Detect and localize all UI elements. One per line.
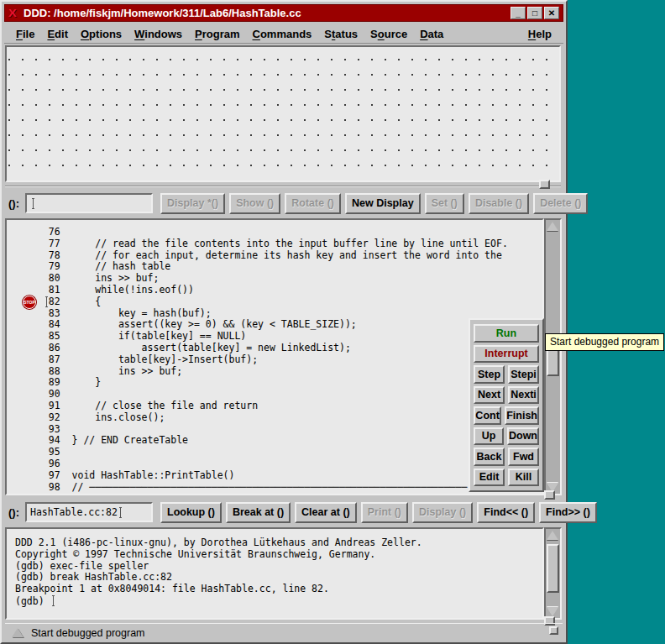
breakpoint-stop-icon[interactable]: STOP [23,296,36,309]
display-button-rotate[interactable]: Rotate () [285,193,341,214]
command-row: ContFinish [474,406,539,424]
source-line-96[interactable]: 96 [37,458,541,470]
cont-button[interactable]: Cont [474,406,501,424]
source-line-85[interactable]: 85 if(table[key] == NULL) [37,331,541,343]
source-line-80[interactable]: 80 ins >> buf; [37,273,541,285]
menu-edit[interactable]: Edit [47,28,68,40]
menu-options[interactable]: Options [81,28,122,40]
display-button-new-display[interactable]: New Display [345,193,421,214]
next-button[interactable]: Next [474,386,505,404]
menu-file[interactable]: File [16,28,34,40]
console-line: DDD 2.1 (i486-pc-linux-gnu), by Dorothea… [15,537,541,549]
tooltip: Start debugged program [545,333,664,351]
command-row: EditKill [474,469,539,486]
source-line-79[interactable]: 79 // hash table [37,261,541,273]
scroll-up-icon[interactable] [547,222,558,231]
edit-button[interactable]: Edit [474,469,505,486]
source-button-break-at[interactable]: Break at () [226,502,291,523]
source-text-caret [44,296,50,307]
maximize-button[interactable]: □ [527,7,542,19]
close-button[interactable]: ✕ [544,7,559,19]
back-button[interactable]: Back [474,448,505,465]
stepi-button[interactable]: Stepi [508,365,539,383]
display-button-disable[interactable]: Disable () [469,193,529,214]
source-line-84[interactable]: 84 assert((key >= 0) && (key < TABLE_SIZ… [37,319,541,331]
source-line-93[interactable]: 93 [37,424,541,436]
display-button-display[interactable]: Display *() [160,193,225,214]
source-line-87[interactable]: 87 table[key]->Insert(buf); [37,354,541,366]
text-caret [118,507,123,518]
source-line-97[interactable]: 97 void HashTable::PrintTable() [37,470,541,482]
display-button-set[interactable]: Set () [425,193,464,214]
run-button[interactable]: Run [474,324,539,343]
fwd-button[interactable]: Fwd [508,448,539,465]
menu-data[interactable]: Data [420,28,443,40]
source-line-78[interactable]: 78 // for each input, determine its hash… [37,250,541,262]
source-line-92[interactable]: 92 ins.close(); [37,412,541,424]
source-line-86[interactable]: 86 assert(table[key] = new LinkedList); [37,343,541,354]
source-button-print[interactable]: Print () [361,502,408,523]
display-button-show[interactable]: Show () [229,193,280,214]
source-button-find[interactable]: Find>> () [539,502,597,523]
pane-separator [5,186,561,187]
interrupt-button[interactable]: Interrupt [474,345,539,364]
data-display-pane [5,45,561,182]
source-button-display[interactable]: Display () [412,502,473,523]
display-toolbar: (): Display *()Show ()Rotate ()New Displ… [8,191,559,215]
kill-button[interactable]: Kill [508,469,539,486]
menu-help[interactable]: Help [528,28,552,40]
source-line-89[interactable]: 89 } [37,377,541,389]
display-button-delete[interactable]: Delete () [533,193,588,214]
statusbar: Start debugged program [5,623,563,641]
finish-button[interactable]: Finish [505,406,539,424]
data-display-canvas[interactable] [8,49,558,179]
source-line-88[interactable]: 88 ins >> buf; [37,366,541,378]
status-message: Start debugged program [31,627,145,639]
source-line-95[interactable]: 95 [37,447,541,458]
gdb-console[interactable]: DDD 2.1 (i486-pc-linux-gnu), by Dorothea… [8,531,541,616]
menu-program[interactable]: Program [195,28,239,40]
menu-windows[interactable]: Windows [134,28,182,40]
display-arg-input[interactable] [25,193,153,213]
source-line-98[interactable]: 98 // ──────────────────────────────────… [37,482,541,492]
titlebar[interactable]: X DDD: /home/fiskjm/Homework/311/Lab6/Ha… [4,4,563,22]
source-line-94[interactable]: 94 } // END CreateTable [37,435,541,447]
up-button[interactable]: Up [474,427,504,445]
down-button[interactable]: Down [507,427,539,445]
text-caret [30,198,36,209]
source-line-91[interactable]: 91 // close the file and return [37,401,541,412]
status-triangle-icon[interactable] [12,628,24,637]
source-line-90[interactable]: 90 [37,389,541,401]
source-line-83[interactable]: 83 key = hash(buf); [37,308,541,320]
display-arg-label: (): [8,197,19,210]
pane-sash-grip[interactable] [544,490,555,500]
source-arg-input[interactable]: HashTable.cc:82 [25,502,153,522]
pane-sash-grip[interactable] [539,180,550,189]
source-line-76[interactable]: 76 [37,227,541,238]
source-button-lookup[interactable]: Lookup () [160,502,222,523]
source-line-81[interactable]: 81 while(!ins.eof()) [37,285,541,296]
ddd-x-logo-icon: X [8,7,17,19]
window-title: DDD: /home/fiskjm/Homework/311/Lab6/Hash… [24,7,509,19]
gdb-console-pane: DDD 2.1 (i486-pc-linux-gnu), by Dorothea… [5,527,544,620]
source-line-77[interactable]: 77 // read the file contents into the in… [37,238,541,250]
desktop: X DDD: /home/fiskjm/Homework/311/Lab6/Ha… [0,0,665,644]
minimize-button[interactable]: _ [511,7,526,19]
source-button-clear-at[interactable]: Clear at () [295,502,357,523]
scroll-up-icon[interactable] [547,531,558,540]
console-line: (gdb) exec-file speller [15,561,541,573]
menu-source[interactable]: Source [370,28,407,40]
scroll-down-icon[interactable] [547,607,558,616]
menu-status[interactable]: Status [324,28,358,40]
console-caret [50,595,56,606]
source-code-view[interactable]: 76 77 // read the file contents into the… [8,222,541,492]
console-line: Breakpoint 1 at 0x8049014: file HashTabl… [15,584,541,595]
source-button-find[interactable]: Find<< () [477,502,535,523]
console-scroll-thumb[interactable] [547,544,559,593]
menu-commands[interactable]: Commands [253,28,312,40]
source-line-82[interactable]: 82 { [37,296,541,308]
nexti-button[interactable]: Nexti [508,386,539,404]
step-button[interactable]: Step [474,365,505,383]
source-pane: 76 77 // read the file contents into the… [5,218,544,495]
menubar: FileEditOptionsWindowsProgramCommandsSta… [4,24,563,44]
